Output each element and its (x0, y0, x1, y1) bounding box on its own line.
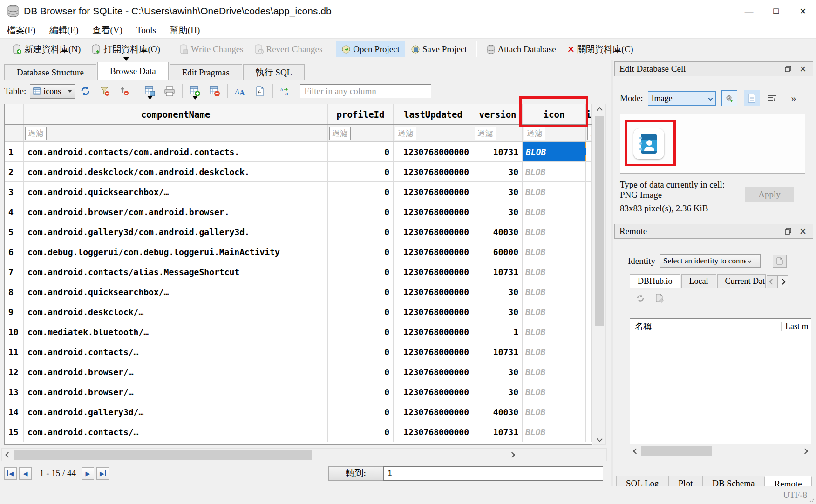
cell-icon[interactable]: BLOB (523, 202, 586, 222)
tab-dbhub[interactable]: DBHub.io (630, 274, 680, 288)
doc-format-icon[interactable] (254, 86, 265, 97)
row-number-cell[interactable]: 10 (5, 322, 24, 342)
close-database-button[interactable]: ✕ 關閉資料庫(C) (562, 40, 639, 58)
grid-vertical-scrollbar[interactable] (593, 104, 606, 445)
col-header-version[interactable]: version (473, 104, 523, 124)
filter-profileId[interactable]: 過濾 (329, 127, 351, 140)
cell-profileId[interactable]: 0 (328, 142, 394, 161)
tab-current-database[interactable]: Current Dat (717, 274, 766, 288)
scroll-down-icon[interactable] (593, 433, 605, 444)
row-number-cell[interactable]: 7 (5, 262, 24, 282)
cell-profileId[interactable]: 0 (328, 182, 394, 202)
cell-componentName[interactable]: com.mediatek.bluetooth/… (24, 322, 328, 342)
cell-partial[interactable] (586, 142, 592, 161)
cell-version[interactable]: 30 (473, 182, 523, 202)
menu-edit[interactable]: 編輯(E) (49, 24, 78, 36)
cell-lastUpdated[interactable]: 1230768000000 (394, 342, 473, 362)
cell-lastUpdated[interactable]: 1230768000000 (394, 362, 473, 382)
import-data-button[interactable] (721, 90, 737, 106)
grid-horizontal-scrollbar[interactable] (1, 448, 607, 461)
cell-profileId[interactable]: 0 (328, 402, 394, 422)
refresh-icon[interactable] (80, 86, 91, 97)
cell-lastUpdated[interactable]: 1230768000000 (394, 142, 473, 161)
menu-view[interactable]: 查看(V) (93, 24, 122, 36)
cell-partial[interactable] (586, 382, 592, 402)
filter-componentName[interactable]: 過濾 (25, 127, 47, 140)
row-number-cell[interactable]: 11 (5, 342, 24, 362)
cell-lastUpdated[interactable]: 1230768000000 (394, 222, 473, 242)
first-record-button[interactable]: ◀ (4, 467, 17, 480)
open-database-dropdown-caret[interactable] (123, 57, 129, 61)
cell-componentName[interactable]: com.android.gallery3d/com.android.galler… (24, 222, 328, 242)
next-record-button[interactable]: ▶ (82, 467, 94, 480)
menu-tools[interactable]: Tools (136, 25, 156, 35)
cell-componentName[interactable]: com.android.quicksearchbox/… (24, 182, 328, 202)
save-table-icon[interactable] (144, 86, 156, 97)
cell-partial[interactable] (586, 162, 592, 181)
cell-componentName[interactable]: com.debug.loggerui/com.debug.loggerui.Ma… (24, 242, 328, 262)
mode-selector[interactable]: Image (648, 91, 716, 106)
cell-icon[interactable]: BLOB (523, 342, 586, 362)
filter-version[interactable]: 過濾 (475, 127, 496, 140)
tab-scroll-left-icon[interactable] (767, 275, 777, 288)
encoding-icon[interactable]: ba (280, 86, 291, 97)
col-header-profileId[interactable]: profileId (328, 104, 394, 124)
row-number-cell[interactable]: 4 (5, 202, 24, 222)
row-number-cell[interactable]: 5 (5, 222, 24, 242)
cell-profileId[interactable]: 0 (328, 342, 394, 362)
cell-componentName[interactable]: com.android.browser/… (24, 362, 328, 382)
scroll-right-icon[interactable] (799, 445, 810, 457)
font-format-icon[interactable]: AA (235, 86, 246, 97)
cell-profileId[interactable]: 0 (328, 242, 394, 262)
cell-version[interactable]: 60000 (473, 242, 523, 262)
cell-componentName[interactable]: com.android.deskclock/… (24, 302, 328, 322)
tab-edit-pragmas[interactable]: Edit Pragmas (170, 64, 242, 80)
float-panel-icon[interactable] (783, 64, 793, 74)
scroll-left-icon[interactable] (630, 445, 641, 457)
remote-refresh-icon[interactable] (636, 294, 645, 303)
cell-partial[interactable] (586, 242, 592, 262)
cell-icon[interactable]: BLOB (523, 422, 586, 442)
remote-col-name[interactable]: 名稱 (630, 321, 781, 332)
cell-profileId[interactable]: 0 (328, 262, 394, 282)
save-table-dropdown-caret[interactable] (147, 96, 153, 100)
cell-partial[interactable] (586, 282, 592, 302)
cell-partial[interactable] (586, 182, 592, 202)
cell-componentName[interactable]: com.android.contacts/com.android.contact… (24, 142, 328, 161)
scroll-up-icon[interactable] (593, 104, 605, 115)
scrollbar-thumb[interactable] (641, 446, 712, 456)
cell-icon[interactable]: BLOB (523, 282, 586, 302)
cell-icon[interactable]: BLOB (523, 302, 586, 322)
identity-settings-button[interactable] (773, 255, 787, 268)
open-project-button[interactable]: Open Project (336, 41, 405, 57)
cell-icon[interactable]: BLOB (523, 242, 586, 262)
cell-lastUpdated[interactable]: 1230768000000 (394, 262, 473, 282)
save-project-button[interactable]: Save Project (405, 41, 473, 57)
col-header-lastUpdated[interactable]: lastUpdated (394, 104, 473, 124)
cell-lastUpdated[interactable]: 1230768000000 (394, 422, 473, 442)
menu-file[interactable]: 檔案(F) (7, 24, 35, 36)
tab-scroll-right-icon[interactable] (777, 275, 788, 288)
open-database-button[interactable]: 打開資料庫(O) (86, 40, 165, 58)
remote-col-lastmodified[interactable]: Last m (781, 322, 811, 331)
cell-icon[interactable]: BLOB (523, 402, 586, 422)
cell-lastUpdated[interactable]: 1230768000000 (394, 282, 473, 302)
cell-icon[interactable]: BLOB (523, 362, 586, 382)
delete-record-icon[interactable] (209, 86, 220, 97)
row-number-cell[interactable]: 13 (5, 382, 24, 402)
goto-record-input[interactable]: 1 (383, 466, 603, 481)
cell-icon[interactable]: BLOB (523, 162, 586, 181)
filter-any-column-input[interactable]: Filter in any column (300, 84, 431, 98)
cell-version[interactable]: 30 (473, 202, 523, 222)
new-database-button[interactable]: 新建資料庫(N) (7, 40, 86, 58)
dock-splitter[interactable] (611, 60, 613, 486)
cell-profileId[interactable]: 0 (328, 362, 394, 382)
clear-sort-icon[interactable] (119, 86, 130, 97)
cell-partial[interactable] (586, 422, 592, 442)
cell-lastUpdated[interactable]: 1230768000000 (394, 242, 473, 262)
scrollbar-thumb[interactable] (14, 450, 312, 460)
cell-icon[interactable]: BLOB (523, 382, 586, 402)
cell-icon[interactable]: BLOB (523, 322, 586, 342)
row-number-cell[interactable]: 3 (5, 182, 24, 202)
cell-version[interactable]: 40030 (473, 402, 523, 422)
